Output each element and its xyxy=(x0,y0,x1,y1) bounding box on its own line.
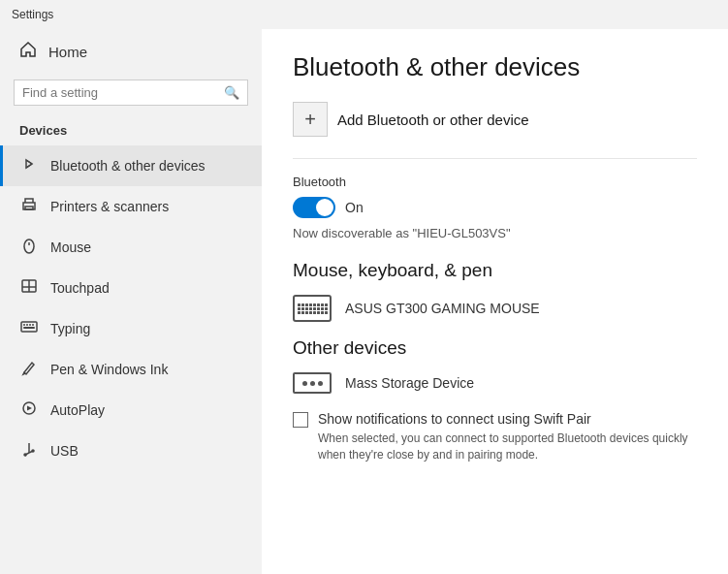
mouse-device-row: ASUS GT300 GAMING MOUSE xyxy=(293,295,697,322)
sidebar-item-typing-label: Typing xyxy=(50,321,90,336)
svg-rect-1 xyxy=(25,207,33,209)
sidebar-item-bluetooth-label: Bluetooth & other devices xyxy=(50,158,206,174)
discoverable-text: Now discoverable as "HIEU-GL503VS" xyxy=(293,226,697,240)
title-label: Settings xyxy=(12,8,53,21)
bluetooth-toggle[interactable] xyxy=(293,197,335,218)
swift-pair-text-block: Show notifications to connect using Swif… xyxy=(318,411,697,463)
sidebar-item-autoplay-label: AutoPlay xyxy=(50,402,105,418)
touchpad-nav-icon xyxy=(19,277,39,299)
sidebar-items-container: Bluetooth & other devicesPrinters & scan… xyxy=(0,145,262,471)
plus-icon-box: + xyxy=(293,102,328,137)
sidebar-item-touchpad[interactable]: Touchpad xyxy=(0,268,262,308)
storage-device-row: Mass Storage Device xyxy=(293,372,697,394)
svg-point-18 xyxy=(32,450,34,452)
title-bar: Settings xyxy=(0,0,728,29)
bluetooth-nav-icon xyxy=(19,155,39,176)
search-icon: 🔍 xyxy=(224,85,239,100)
toggle-on-label: On xyxy=(345,200,364,215)
usb-nav-icon xyxy=(19,440,39,462)
storage-device-name: Mass Storage Device xyxy=(345,375,474,391)
add-device-button[interactable]: + Add Bluetooth or other device xyxy=(293,102,697,137)
swift-pair-desc: When selected, you can connect to suppor… xyxy=(318,430,697,463)
home-label: Home xyxy=(48,44,87,60)
sidebar-section-label: Devices xyxy=(0,119,262,145)
svg-point-17 xyxy=(24,454,26,456)
add-device-label: Add Bluetooth or other device xyxy=(337,112,529,128)
storage-icon-box xyxy=(293,372,332,394)
mouse-nav-icon xyxy=(19,237,39,258)
plus-symbol: + xyxy=(304,109,316,131)
bluetooth-section-label: Bluetooth xyxy=(293,175,697,189)
sidebar-item-printers[interactable]: Printers & scanners xyxy=(0,186,262,227)
swift-pair-label: Show notifications to connect using Swif… xyxy=(318,411,697,427)
sidebar-item-typing[interactable]: Typing xyxy=(0,308,262,349)
sidebar-item-bluetooth[interactable]: Bluetooth & other devices xyxy=(0,145,262,186)
other-devices-section-title: Other devices xyxy=(293,337,697,359)
sidebar-item-pen-label: Pen & Windows Ink xyxy=(50,362,168,377)
sidebar-item-usb-label: USB xyxy=(50,443,79,459)
search-box[interactable]: 🔍 xyxy=(14,80,248,106)
printers-nav-icon xyxy=(19,196,39,217)
home-icon xyxy=(19,41,37,62)
sidebar-item-printers-label: Printers & scanners xyxy=(50,199,169,214)
sidebar: Home 🔍 Devices Bluetooth & other devices… xyxy=(0,29,262,574)
content-panel: Bluetooth & other devices + Add Bluetoot… xyxy=(262,29,728,574)
sidebar-item-autoplay[interactable]: AutoPlay xyxy=(0,390,262,430)
mouse-keyboard-section-title: Mouse, keyboard, & pen xyxy=(293,260,697,281)
typing-nav-icon xyxy=(19,318,39,339)
pen-nav-icon xyxy=(19,359,39,380)
sidebar-item-mouse[interactable]: Mouse xyxy=(0,227,262,268)
main-container: Home 🔍 Devices Bluetooth & other devices… xyxy=(0,29,728,574)
autoplay-nav-icon xyxy=(19,399,39,421)
sidebar-item-mouse-label: Mouse xyxy=(50,239,91,255)
search-input[interactable] xyxy=(22,85,218,100)
storage-icon xyxy=(302,381,323,386)
svg-point-2 xyxy=(24,239,34,253)
bluetooth-toggle-row: On xyxy=(293,197,697,218)
mouse-device-name: ASUS GT300 GAMING MOUSE xyxy=(345,301,540,316)
swift-pair-row: Show notifications to connect using Swif… xyxy=(293,411,697,463)
sidebar-item-pen[interactable]: Pen & Windows Ink xyxy=(0,349,262,390)
home-nav-item[interactable]: Home xyxy=(0,29,262,74)
page-title: Bluetooth & other devices xyxy=(293,52,697,82)
sidebar-item-touchpad-label: Touchpad xyxy=(50,280,110,296)
keyboard-icon xyxy=(296,302,330,316)
sidebar-item-usb[interactable]: USB xyxy=(0,430,262,471)
swift-pair-checkbox[interactable] xyxy=(293,412,308,428)
keyboard-icon-box xyxy=(293,295,332,322)
divider-1 xyxy=(293,158,697,159)
